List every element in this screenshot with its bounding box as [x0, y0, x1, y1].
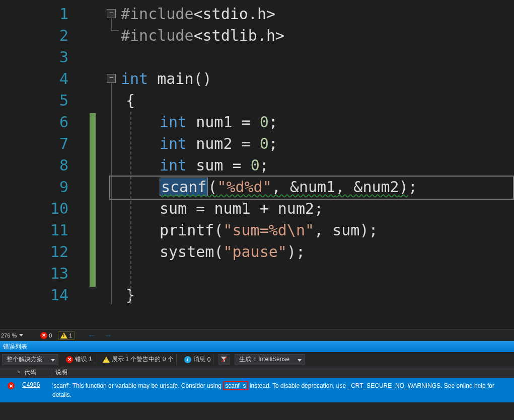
- suggested-fix-highlight: scanf_s: [223, 381, 248, 390]
- col-description[interactable]: 说明: [52, 368, 514, 377]
- error-icon: ✕: [40, 332, 47, 339]
- chevron-down-icon: [298, 356, 302, 363]
- chevron-down-icon[interactable]: [18, 332, 24, 339]
- clear-filter-button[interactable]: [218, 354, 230, 365]
- nav-back-button[interactable]: ←: [86, 331, 98, 340]
- code-line: scanf("%d%d", &num1, &num2);: [121, 176, 514, 198]
- line-number: 2: [0, 25, 78, 46]
- brace-guide: [130, 112, 131, 304]
- fold-toggle[interactable]: −: [107, 9, 116, 18]
- code-line: #include<stdio.h>: [121, 3, 514, 25]
- source-dropdown[interactable]: 生成 + IntelliSense: [235, 354, 305, 365]
- error-list-empty: [0, 402, 514, 420]
- error-list-toolbar: 整个解决方案 ✕ 错误 1 展示 1 个警告中的 0 个 i 消息 0 生成 +…: [0, 352, 514, 367]
- code-line: {: [121, 90, 514, 111]
- info-icon: i: [184, 356, 191, 363]
- line-number: 5: [0, 90, 78, 111]
- fold-column: − −: [78, 0, 121, 329]
- code-line: int sum = 0;: [121, 154, 514, 176]
- line-number: 3: [0, 46, 78, 68]
- warnings-filter[interactable]: 展示 1 个警告中的 0 个: [100, 354, 177, 365]
- line-number: 10: [0, 198, 78, 219]
- scope-dropdown[interactable]: 整个解决方案: [2, 354, 58, 365]
- errors-indicator[interactable]: ✕ 0: [38, 331, 54, 340]
- line-number: 11: [0, 219, 78, 241]
- code-line: [121, 46, 514, 68]
- fold-toggle[interactable]: −: [107, 74, 116, 83]
- errors-filter[interactable]: ✕ 错误 1: [63, 354, 95, 365]
- gutter: 1 2 3 4 5 6 7 8 9 10 11 12 13 14: [0, 0, 78, 329]
- code-line: sum = num1 + num2;: [121, 198, 514, 219]
- line-number: 12: [0, 241, 78, 263]
- code-line: system("pause");: [121, 241, 514, 263]
- error-row[interactable]: ✕ C4996 'scanf': This function or variab…: [0, 378, 514, 402]
- error-code-link[interactable]: C4996: [22, 381, 40, 388]
- code-line: int num1 = 0;: [121, 111, 514, 133]
- warning-icon: [60, 332, 67, 339]
- code-line: int main(): [121, 68, 514, 90]
- line-number: 4: [0, 68, 78, 90]
- error-icon: ✕: [66, 356, 73, 363]
- error-list-columns: ᵇ 代码 说明: [0, 367, 514, 378]
- error-list-title[interactable]: 错误列表: [0, 341, 514, 352]
- line-number: 1: [0, 3, 78, 25]
- col-icon[interactable]: ᵇ: [0, 370, 22, 375]
- code-line: printf("sum=%d\n", sum);: [121, 219, 514, 241]
- code-line: #include<stdlib.h>: [121, 25, 514, 46]
- messages-filter[interactable]: i 消息 0: [182, 354, 214, 365]
- line-number: 13: [0, 263, 78, 284]
- line-number: 14: [0, 284, 78, 306]
- code-line: [121, 263, 514, 284]
- code-line: int num2 = 0;: [121, 133, 514, 154]
- line-number: 9: [0, 176, 78, 198]
- editor-status-bar: 276 % ✕ 0 1 ← →: [0, 329, 514, 341]
- error-list-panel: 错误列表 整个解决方案 ✕ 错误 1 展示 1 个警告中的 0 个 i 消息 0…: [0, 341, 514, 420]
- code-line: }: [121, 284, 514, 306]
- warning-icon: [103, 357, 110, 363]
- nav-forward-button[interactable]: →: [102, 331, 114, 340]
- col-code[interactable]: 代码: [22, 368, 52, 377]
- code-content[interactable]: #include<stdio.h> #include<stdlib.h> int…: [121, 0, 514, 329]
- line-number: 6: [0, 111, 78, 133]
- line-number: 7: [0, 133, 78, 154]
- error-icon: ✕: [8, 382, 15, 389]
- change-marker: [90, 113, 96, 287]
- chevron-down-icon: [51, 356, 55, 363]
- code-editor[interactable]: 1 2 3 4 5 6 7 8 9 10 11 12 13 14 − − #in…: [0, 0, 514, 329]
- zoom-level[interactable]: 276 %: [1, 332, 24, 339]
- line-number: 8: [0, 154, 78, 176]
- warning-span: scanf: [160, 178, 208, 196]
- warnings-indicator[interactable]: 1: [58, 331, 75, 340]
- error-description: 'scanf': This function or variable may b…: [52, 381, 514, 399]
